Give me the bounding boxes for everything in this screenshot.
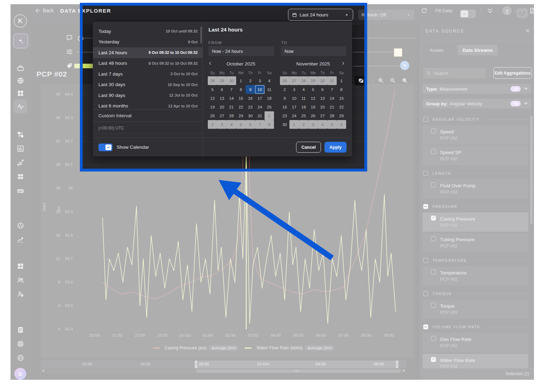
- item-checkbox[interactable]: [431, 128, 436, 133]
- sidebar-item-settings[interactable]: [13, 337, 27, 351]
- preset-option[interactable]: Last 6 months12 Apr to 10 Oct: [93, 101, 203, 110]
- calendar-day[interactable]: 3: [289, 85, 299, 94]
- calendar-day[interactable]: 16: [246, 94, 255, 103]
- timeline-strip[interactable]: 12:0016:0020:0010 Oct04:0008:00: [41, 360, 406, 368]
- data-stream-item[interactable]: TemperaturePCP #02: [423, 266, 528, 286]
- calendar-day[interactable]: 24: [289, 111, 299, 120]
- app-logo[interactable]: K: [13, 14, 27, 28]
- calendar-day[interactable]: 11: [299, 94, 308, 103]
- group-checkbox[interactable]: [423, 171, 428, 176]
- calendar-day[interactable]: 28: [299, 76, 308, 85]
- data-stream-item[interactable]: Speed SPPCP #02: [423, 146, 528, 165]
- calendar-day[interactable]: 1: [289, 120, 299, 129]
- sidebar-item-app-library[interactable]: [13, 259, 27, 273]
- close-icon[interactable]: [525, 28, 531, 34]
- calendar-day[interactable]: 25: [265, 103, 274, 111]
- calendar-day[interactable]: 31: [255, 111, 265, 120]
- calendar-day[interactable]: 23: [280, 111, 289, 120]
- calendar-day[interactable]: 17: [289, 103, 299, 111]
- calendar-day[interactable]: 5: [236, 120, 246, 129]
- tab-assets[interactable]: Assets: [425, 45, 449, 55]
- apply-button[interactable]: Apply: [324, 142, 347, 153]
- back-button[interactable]: Back: [43, 0, 54, 21]
- preset-option[interactable]: Last 7 days3 Oct to 10 Oct: [93, 69, 203, 79]
- calendar-day[interactable]: 3: [217, 120, 227, 129]
- sliders-icon[interactable]: [66, 48, 74, 56]
- scrollbar-thumb[interactable]: [196, 369, 400, 373]
- calendar-day[interactable]: 1: [236, 76, 246, 85]
- sidebar-item-docs[interactable]: [13, 323, 27, 337]
- marker-ring-icon[interactable]: [78, 36, 83, 41]
- from-input[interactable]: Now - 24 hours: [208, 46, 274, 56]
- calendar-day[interactable]: 23: [246, 103, 255, 111]
- calendar-day[interactable]: 12: [208, 94, 217, 103]
- filter-dropdown-group-by[interactable]: Group by:Angular Velocity+5: [423, 99, 531, 108]
- calendar-day[interactable]: 15: [337, 94, 346, 103]
- data-stream-item[interactable]: SpeedPCP #02: [423, 125, 528, 145]
- sidebar-scrollbar-thumb[interactable]: [530, 115, 532, 224]
- sidebar-item-maintenance[interactable]: [13, 183, 27, 197]
- calendar-day[interactable]: 8: [265, 120, 274, 129]
- chevron-left-icon[interactable]: [208, 61, 213, 66]
- calendar-day[interactable]: 26: [280, 76, 289, 85]
- calendar-day[interactable]: 30: [246, 111, 255, 120]
- calendar-day[interactable]: 11: [265, 85, 274, 94]
- chevron-right-icon[interactable]: [268, 61, 274, 66]
- time-range-button[interactable]: Last 24 hours: [288, 9, 353, 21]
- legend-item[interactable]: Casing Pressure (psi)Average (5m): [153, 345, 239, 351]
- group-checkbox[interactable]: [423, 117, 428, 122]
- zoom-in-icon[interactable]: [377, 77, 384, 84]
- group-checkbox[interactable]: [423, 258, 428, 263]
- calendar-day[interactable]: 7: [327, 85, 337, 94]
- calendar-day[interactable]: 28: [227, 111, 236, 120]
- calendar-day[interactable]: 8: [236, 85, 246, 94]
- sidebar-item-control-change[interactable]: [13, 127, 27, 141]
- sidebar-item-dashboards[interactable]: [13, 141, 27, 155]
- sidebar-item-user-admin[interactable]: [13, 287, 27, 301]
- tag-icon[interactable]: [66, 62, 74, 70]
- show-calendar-toggle[interactable]: [98, 144, 112, 151]
- calendar-day[interactable]: 25: [299, 111, 308, 120]
- preset-option[interactable]: Last 24 hours9 Oct 09:32 to 10 Oct 09:32: [93, 47, 203, 58]
- calendar-day[interactable]: 4: [318, 120, 327, 129]
- report-icon[interactable]: [528, 6, 536, 15]
- calendar-day[interactable]: 18: [265, 94, 274, 103]
- calendar-day[interactable]: 22: [236, 103, 246, 111]
- preset-option[interactable]: Yesterday9 Oct: [93, 37, 203, 48]
- calendar-day[interactable]: 22: [337, 103, 346, 111]
- calendar-day[interactable]: 30: [227, 76, 236, 85]
- sidebar-item-applications[interactable]: [13, 86, 27, 100]
- calendar-day[interactable]: 3: [255, 76, 265, 85]
- calendar-day[interactable]: 13: [318, 94, 327, 103]
- calendar-day[interactable]: 29: [236, 111, 246, 120]
- calendar-day[interactable]: 17: [255, 94, 265, 103]
- calendar-day[interactable]: 16: [280, 103, 289, 111]
- preset-option[interactable]: Last 90 days12 Jul to 10 Oct: [93, 90, 203, 101]
- calendar-day[interactable]: 15: [236, 94, 246, 103]
- data-stream-item[interactable]: Tubing PressurePCP #02: [423, 233, 528, 252]
- calendar-day[interactable]: 29: [337, 111, 346, 120]
- calendar-day[interactable]: 9: [246, 85, 255, 94]
- calendar-day[interactable]: 28: [327, 111, 337, 120]
- calendar-day[interactable]: 27: [217, 111, 227, 120]
- timeline-selected-window[interactable]: [196, 360, 398, 368]
- refresh-icon[interactable]: [420, 6, 428, 15]
- calendar-day[interactable]: 26: [308, 111, 318, 120]
- calendar-day[interactable]: 12: [308, 94, 318, 103]
- calendar-day[interactable]: 26: [208, 111, 217, 120]
- calendar-day[interactable]: 10: [289, 94, 299, 103]
- calendar-day[interactable]: 1: [337, 76, 346, 85]
- chevron-right-icon[interactable]: [341, 61, 346, 66]
- sidebar-item-data-explorer[interactable]: [13, 99, 27, 113]
- calendar-day[interactable]: 19: [208, 103, 217, 111]
- cancel-button[interactable]: Cancel: [296, 142, 321, 153]
- calendar-day[interactable]: 27: [289, 76, 299, 85]
- item-checkbox[interactable]: [431, 336, 436, 341]
- group-checkbox[interactable]: [423, 324, 428, 329]
- item-checkbox[interactable]: [431, 357, 436, 362]
- calendar-day[interactable]: 29: [217, 76, 227, 85]
- sidebar-item-workspaces[interactable]: [13, 61, 27, 75]
- preset-option[interactable]: Today10 Oct until 09:32: [93, 26, 203, 37]
- calendar-day[interactable]: 31: [327, 76, 337, 85]
- data-stream-item[interactable]: Fluid Over PumpPCP #02: [423, 179, 528, 198]
